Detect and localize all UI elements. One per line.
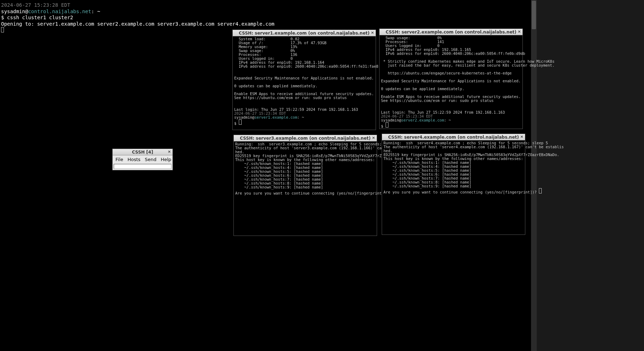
window-title-text: CSSH: server2.example.com (on control.na…: [386, 30, 516, 35]
prompt-user: sysadmin: [1, 9, 25, 14]
close-icon[interactable]: ×: [370, 31, 375, 35]
window-title-text: CSSH: server3.example.com (on control.na…: [240, 136, 371, 141]
prompt-user: sysadmin: [381, 118, 399, 122]
window-title-server3[interactable]: CSSH: server3.example.com (on control.na…: [234, 135, 377, 141]
prompt-path: : ~: [297, 115, 304, 119]
window-title-server1[interactable]: CSSH: server1.example.com (on control.na…: [233, 30, 376, 36]
main-scrollbar[interactable]: [531, 0, 537, 351]
menu-send[interactable]: Send: [145, 157, 156, 162]
window-title-text: CSSH: server4.example.com (on control.na…: [388, 135, 519, 140]
window-server2[interactable]: CSSH: server2.example.com (on control.na…: [379, 29, 523, 129]
cssh-menubar: File Hosts Send Help: [113, 155, 172, 164]
cursor-icon: [386, 122, 388, 128]
prompt-host: server1.example.com: [254, 115, 297, 119]
prompt-user: sysadmin: [234, 115, 252, 119]
prompt-symbol: $: [234, 121, 239, 125]
menu-file[interactable]: File: [115, 157, 123, 162]
cssh-broadcast-input[interactable]: [114, 164, 171, 169]
window-server4[interactable]: CSSH: server4.example.com (on control.na…: [382, 134, 525, 235]
menu-hosts[interactable]: Hosts: [128, 157, 140, 162]
terminal-body-server1[interactable]: System load: 0.02 Usage of /: 17.3% of 4…: [233, 36, 376, 126]
command-text: cssh cluster1 cluster2: [7, 15, 73, 20]
close-icon[interactable]: ×: [517, 30, 521, 34]
terminal-body-server4[interactable]: Running: ssh server4.example.com ; echo …: [382, 140, 525, 195]
cursor-icon: [1, 27, 4, 32]
cursor-icon: [539, 188, 542, 193]
close-icon[interactable]: ×: [167, 150, 171, 154]
window-server1[interactable]: CSSH: server1.example.com (on control.na…: [232, 30, 376, 130]
window-title-server4[interactable]: CSSH: server4.example.com (on control.na…: [382, 134, 525, 140]
motd-text: System load: 0.02 Usage of /: 17.3% of 4…: [234, 37, 378, 112]
window-title-text: CSSH: server1.example.com (on control.na…: [239, 31, 370, 36]
prompt-host: control.naijalabs.net: [28, 9, 91, 14]
prompt-path: : ~: [444, 118, 451, 122]
scrollbar-thumb[interactable]: [532, 1, 536, 29]
prompt-path: ~: [94, 9, 100, 14]
terminal-body-server2[interactable]: Swap usage: 0% Processes: 141 Users logg…: [380, 35, 522, 129]
menu-help[interactable]: Help: [161, 157, 171, 162]
window-title-text: CSSH [4]: [132, 150, 153, 155]
prompt-symbol: $: [381, 124, 386, 128]
prompt-host: server2.example.com: [401, 118, 444, 122]
opening-line: Opening to: server1.example.com server2.…: [1, 21, 274, 27]
window-title-server2[interactable]: CSSH: server2.example.com (on control.na…: [380, 29, 522, 35]
cssh-control-window[interactable]: CSSH [4] × File Hosts Send Help: [112, 149, 173, 170]
close-icon[interactable]: ×: [520, 135, 524, 139]
prompt-symbol: $: [1, 15, 7, 20]
close-icon[interactable]: ×: [371, 136, 376, 140]
terminal-body-server3[interactable]: Running: ssh server3.example.com ; echo …: [234, 141, 377, 196]
prompt-at: @: [25, 9, 28, 14]
window-server3[interactable]: CSSH: server3.example.com (on control.na…: [233, 135, 377, 236]
cursor-icon: [239, 119, 242, 125]
timestamp: 2024-06-27 15:23:28 EDT: [1, 2, 70, 8]
cssh-control-title[interactable]: CSSH [4] ×: [113, 149, 172, 155]
